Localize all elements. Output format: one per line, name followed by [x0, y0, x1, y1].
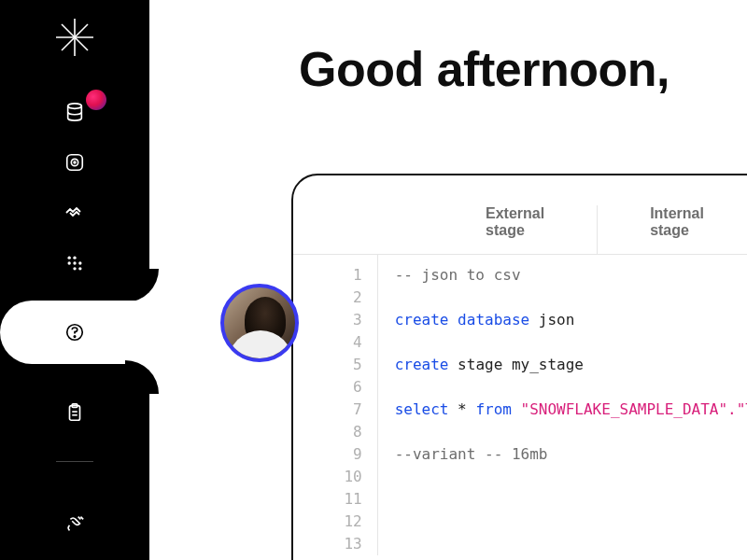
sidebar-item-clipboard[interactable]: [63, 401, 86, 424]
code-line[interactable]: create stage my_stage: [395, 354, 747, 376]
sidebar-item-brain[interactable]: [63, 321, 86, 343]
line-gutter: 12345678910111213: [293, 255, 378, 555]
sidebar-item-plug[interactable]: [63, 512, 86, 535]
sidebar-item-database[interactable]: [63, 101, 86, 123]
svg-line-22: [80, 517, 83, 520]
code-body[interactable]: -- json to csvcreate database jsoncreate…: [378, 255, 747, 555]
code-line[interactable]: -- json to csv: [395, 264, 747, 287]
code-line[interactable]: [395, 376, 747, 399]
avatar[interactable]: [220, 284, 299, 362]
svg-point-14: [78, 267, 81, 270]
code-line[interactable]: [395, 421, 747, 443]
code-line[interactable]: [395, 511, 747, 533]
main-content: Good afternoon, External stage Internal …: [149, 0, 747, 560]
svg-point-12: [78, 261, 81, 264]
code-line[interactable]: create database json: [395, 309, 747, 331]
code-line[interactable]: [395, 488, 747, 511]
svg-point-8: [68, 257, 71, 259]
sidebar-item-grid-dots[interactable]: [63, 252, 86, 274]
code-line[interactable]: --variant -- 16mb: [395, 443, 747, 466]
sidebar-item-target[interactable]: [63, 151, 86, 174]
sidebar: ?: [0, 0, 149, 560]
svg-point-16: [74, 336, 75, 337]
code-editor[interactable]: 12345678910111213 -- json to csvcreate d…: [293, 254, 747, 555]
code-line[interactable]: [395, 287, 747, 309]
svg-point-11: [73, 261, 76, 264]
svg-point-4: [68, 104, 82, 109]
greeting-text: Good afternoon,: [299, 41, 747, 97]
code-line[interactable]: [395, 331, 747, 354]
svg-point-7: [74, 161, 76, 163]
code-line[interactable]: [395, 466, 747, 488]
sidebar-divider: [56, 461, 93, 462]
sidebar-item-handshake[interactable]: [63, 202, 86, 224]
notification-badge: [86, 90, 106, 110]
tab-internal-stage[interactable]: Internal stage: [598, 205, 747, 254]
code-line[interactable]: select * from "SNOWFLAKE_SAMPLE_DATA"."T: [395, 399, 747, 421]
code-line[interactable]: [395, 533, 747, 555]
logo-icon: [54, 17, 95, 58]
svg-point-9: [73, 257, 76, 259]
svg-line-21: [78, 517, 81, 520]
editor-panel: External stage Internal stage 1234567891…: [291, 174, 747, 560]
sidebar-nav: ?: [0, 101, 149, 560]
svg-point-10: [68, 261, 71, 264]
tab-bar: External stage Internal stage: [293, 175, 747, 254]
svg-point-13: [73, 267, 76, 270]
tab-external-stage[interactable]: External stage: [433, 205, 598, 254]
